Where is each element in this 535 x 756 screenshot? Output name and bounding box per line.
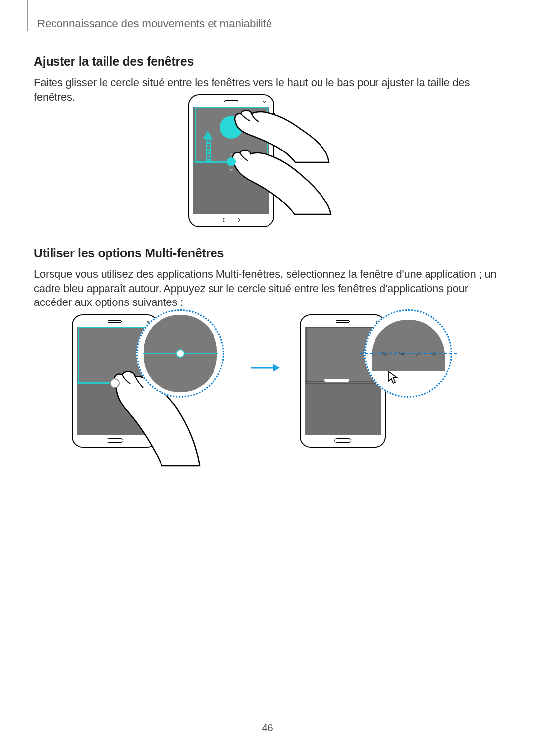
phone-screen [193,107,269,214]
swap-windows-icon: ↻ [382,350,388,358]
figure-multi-window-options: ↻ ⇲ ⤢ ✕ [72,314,463,493]
zoom-callout-circle: ↻ ⇲ ⤢ ✕ [364,309,452,398]
header-breadcrumb: Reconnaissance des mouvements et maniabi… [37,17,272,30]
section-multi-window-options: Utiliser les options Multi-fenêtres Lors… [34,246,501,310]
drag-content-icon: ⇲ [398,350,404,358]
pointer-cursor-icon [386,370,399,385]
figure-step-2: ↻ ⇲ ⤢ ✕ [300,314,458,483]
figure-step-1 [72,314,230,483]
maximize-window-icon: ⤢ [415,350,421,358]
phone-side-button [274,113,275,125]
chevron-up-icon [229,153,233,155]
page-number: 46 [262,722,273,734]
section-title: Ajuster la taille des fenêtres [34,54,501,69]
phone-speaker [336,320,350,323]
zoom-divider-handle [176,349,185,358]
phone-home-button [107,438,123,443]
section-body: Lorsque vous utilisez des applications M… [34,267,501,310]
transition-arrow-icon [250,362,280,376]
drag-target-circle [220,116,243,139]
options-bar-handle [324,379,349,382]
divider-handle-circle [227,157,236,166]
section-title: Utiliser les options Multi-fenêtres [34,246,501,260]
phone-home-button [223,218,240,222]
phone-speaker [108,320,122,323]
phone-home-button [334,438,351,443]
header-tab-line [27,0,28,31]
drag-up-arrow-icon [204,131,213,163]
phone-camera-dot [263,101,266,103]
divider-handle-circle [110,378,120,388]
figure-resize-windows [188,94,347,238]
phone-speaker [224,100,238,102]
svg-marker-1 [273,364,280,372]
phone-illustration [188,94,274,227]
chevron-down-icon [229,169,233,171]
close-window-icon: ✕ [431,350,437,358]
zoom-callout-circle [136,309,224,398]
